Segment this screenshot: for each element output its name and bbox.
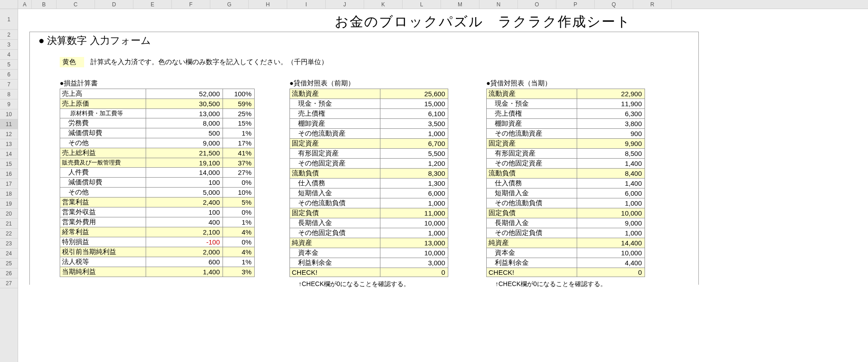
pl-row[interactable]: 営業外費用4001%	[60, 217, 255, 227]
row-header-2[interactable]: 2	[0, 30, 18, 40]
bs-row[interactable]: 長期借入金9,000	[487, 218, 645, 228]
pl-row[interactable]: 販売費及び一般管理費19,10037%	[60, 158, 255, 168]
bs-row[interactable]: その他流動資産1,000	[290, 129, 448, 139]
col-header-I[interactable]: I	[287, 0, 326, 9]
pl-value[interactable]: 14,000	[146, 168, 223, 178]
bs-value[interactable]: 10,000	[380, 248, 448, 258]
pl-pct[interactable]: 41%	[223, 148, 255, 158]
bs-label[interactable]: CHECK!	[290, 268, 380, 277]
row-header-11[interactable]: 11	[0, 119, 18, 129]
bs-value[interactable]: 3,500	[380, 119, 448, 129]
pl-value[interactable]: 2,400	[146, 197, 223, 207]
bs-label[interactable]: 有形固定資産	[290, 149, 380, 159]
pl-row[interactable]: 原材料費・加工費等13,00025%	[60, 109, 255, 118]
bs-row[interactable]: その他固定資産1,200	[290, 159, 448, 169]
bs-label[interactable]: 仕入債務	[487, 179, 577, 188]
bs-value[interactable]: 4,400	[577, 258, 645, 268]
row-header-12[interactable]: 12	[0, 129, 18, 139]
bs-row[interactable]: 短期借入金6,000	[487, 188, 645, 198]
pl-pct[interactable]: 0%	[223, 207, 255, 217]
row-header-19[interactable]: 19	[0, 199, 18, 209]
pl-label[interactable]: 原材料費・加工費等	[60, 109, 146, 118]
bs-value[interactable]: 1,300	[380, 179, 448, 188]
row-headers[interactable]: 1234567891011121314151617181920212223242…	[0, 9, 18, 362]
bs-value[interactable]: 10,000	[577, 208, 645, 218]
bs-label[interactable]: その他固定資産	[290, 159, 380, 169]
pl-label[interactable]: 人件費	[60, 168, 146, 178]
bs-value[interactable]: 8,400	[577, 169, 645, 179]
pl-value[interactable]: 13,000	[146, 109, 223, 118]
bs-row[interactable]: 流動資産22,900	[487, 89, 645, 99]
pl-label[interactable]: 当期純利益	[60, 267, 146, 277]
col-header-P[interactable]: P	[556, 0, 595, 9]
bs-row[interactable]: 短期借入金6,000	[290, 188, 448, 198]
pl-label[interactable]: その他	[60, 188, 146, 197]
bs-value[interactable]: 1,000	[380, 228, 448, 238]
bs-value[interactable]: 6,700	[380, 139, 448, 149]
bs-label[interactable]: その他流動資産	[290, 129, 380, 139]
bs-value[interactable]: 11,000	[380, 208, 448, 218]
pl-row[interactable]: 人件費14,00027%	[60, 168, 255, 178]
bs-label[interactable]: 固定負債	[487, 208, 577, 218]
bs-row[interactable]: 売上債権6,300	[487, 109, 645, 119]
row-header-18[interactable]: 18	[0, 189, 18, 199]
bs-label[interactable]: その他流動負債	[487, 198, 577, 208]
pl-label[interactable]: 販売費及び一般管理費	[60, 158, 146, 168]
row-header-6[interactable]: 6	[0, 70, 18, 80]
bs-value[interactable]: 10,000	[577, 248, 645, 258]
bs-label[interactable]: 流動資産	[487, 89, 577, 99]
bs-row[interactable]: 利益剰余金3,000	[290, 258, 448, 268]
bs-label[interactable]: 短期借入金	[487, 188, 577, 198]
bs-label[interactable]: 利益剰余金	[290, 258, 380, 268]
bs-row[interactable]: その他流動負債1,000	[487, 198, 645, 208]
pl-value[interactable]: 5,000	[146, 188, 223, 197]
row-header-7[interactable]: 7	[0, 80, 18, 89]
bs-row[interactable]: その他流動資産900	[487, 129, 645, 139]
bs-row[interactable]: その他固定負債1,000	[487, 228, 645, 238]
pl-value[interactable]: 21,500	[146, 148, 223, 158]
row-header-5[interactable]: 5	[0, 60, 18, 70]
pl-pct[interactable]: 27%	[223, 168, 255, 178]
row-header-27[interactable]: 27	[0, 278, 18, 288]
pl-label[interactable]: 法人税等	[60, 257, 146, 267]
bs-row[interactable]: その他固定資産1,400	[487, 159, 645, 169]
pl-row[interactable]: 当期純利益1,4003%	[60, 267, 255, 277]
bs-label[interactable]: CHECK!	[487, 268, 577, 277]
bs-value[interactable]: 9,900	[577, 139, 645, 149]
pl-row[interactable]: その他5,00010%	[60, 188, 255, 197]
bs-value[interactable]: 6,000	[577, 188, 645, 198]
row-header-15[interactable]: 15	[0, 159, 18, 169]
bs-row[interactable]: その他固定負債1,000	[290, 228, 448, 238]
pl-label[interactable]: 営業外収益	[60, 207, 146, 217]
pl-value[interactable]: 1,400	[146, 267, 223, 277]
bs-value[interactable]: 6,000	[380, 188, 448, 198]
col-header-K[interactable]: K	[364, 0, 403, 9]
bs-row[interactable]: 仕入債務1,300	[290, 179, 448, 188]
pl-row[interactable]: 売上原価30,50059%	[60, 99, 255, 109]
pl-pct[interactable]: 59%	[223, 99, 255, 109]
bs-row[interactable]: 棚卸資産3,800	[487, 119, 645, 129]
row-header-23[interactable]: 23	[0, 239, 18, 249]
pl-value[interactable]: 2,100	[146, 227, 223, 237]
pl-pct[interactable]: 15%	[223, 118, 255, 128]
bs-label[interactable]: 棚卸資産	[290, 119, 380, 129]
col-header-N[interactable]: N	[479, 0, 518, 9]
bs-prev-table[interactable]: 流動資産25,600現金・預金15,000売上債権6,100棚卸資産3,500そ…	[289, 89, 448, 277]
bs-value[interactable]: 15,000	[380, 99, 448, 109]
row-header-14[interactable]: 14	[0, 149, 18, 159]
bs-value[interactable]: 11,900	[577, 99, 645, 109]
pl-label[interactable]: その他	[60, 138, 146, 148]
bs-label[interactable]: 流動負債	[290, 169, 380, 179]
bs-row[interactable]: 流動負債8,400	[487, 169, 645, 179]
bs-row[interactable]: 現金・預金11,900	[487, 99, 645, 109]
pl-row[interactable]: 営業外収益1000%	[60, 207, 255, 217]
bs-label[interactable]: 棚卸資産	[487, 119, 577, 129]
row-header-24[interactable]: 24	[0, 249, 18, 259]
bs-row[interactable]: CHECK!0	[487, 268, 645, 277]
bs-row[interactable]: 棚卸資産3,500	[290, 119, 448, 129]
pl-label[interactable]: 売上原価	[60, 99, 146, 109]
pl-value[interactable]: 500	[146, 128, 223, 138]
bs-label[interactable]: 固定資産	[487, 139, 577, 149]
bs-label[interactable]: 流動資産	[290, 89, 380, 99]
bs-label[interactable]: 固定負債	[290, 208, 380, 218]
